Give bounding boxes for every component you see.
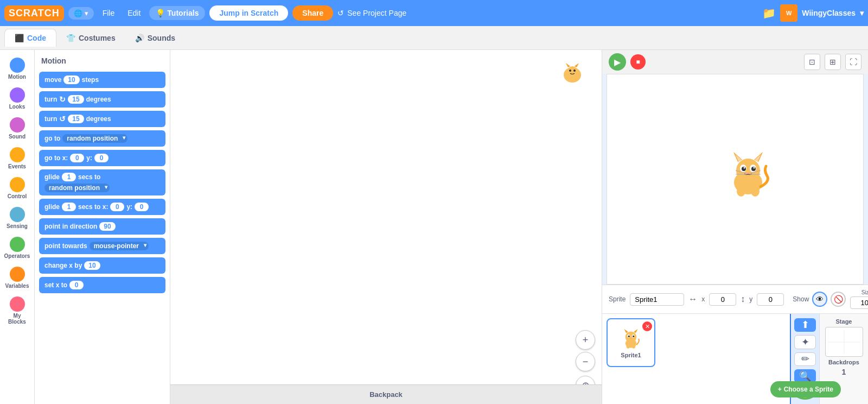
sidebar-item-myblocks[interactable]: My Blocks: [2, 293, 33, 328]
block-move[interactable]: move 10 steps: [39, 72, 165, 88]
sprite-name-input[interactable]: [630, 293, 684, 306]
tutorials-button[interactable]: 💡 Tutorials: [149, 6, 205, 20]
sound-label: Sound: [9, 134, 25, 140]
category-sidebar: Motion Looks Sound Events Control Sensin…: [0, 50, 35, 404]
block-set-x-value[interactable]: 0: [69, 281, 84, 289]
stop-button[interactable]: ■: [630, 54, 646, 70]
sidebar-item-sensing[interactable]: Sensing: [2, 204, 33, 232]
scripts-area[interactable]: + − ⊕ Backpack: [170, 50, 602, 404]
show-visible-button[interactable]: 👁: [812, 292, 827, 307]
scratch-logo[interactable]: SCRATCH: [4, 5, 64, 21]
sprite-label: Sprite: [609, 295, 626, 303]
green-flag-button[interactable]: ▶: [609, 53, 626, 71]
size-input[interactable]: [850, 296, 868, 309]
edit-menu[interactable]: Edit: [123, 7, 145, 20]
user-menu[interactable]: W WiingyClasses ▾: [780, 4, 864, 22]
language-selector[interactable]: 🌐 ▾: [68, 7, 94, 20]
block-turn-cw-degrees[interactable]: 15: [68, 95, 84, 104]
block-glide1[interactable]: glide 1 secs to random position: [39, 169, 165, 195]
choose-sprite-button[interactable]: + Choose a Sprite: [770, 381, 841, 397]
block-glide2-secs[interactable]: 1: [62, 203, 76, 211]
block-goto-y[interactable]: 0: [94, 154, 108, 162]
block-glide2-x[interactable]: 0: [110, 203, 124, 211]
block-turn-ccw[interactable]: turn ↺ 15 degrees: [39, 111, 165, 127]
sidebar-item-looks[interactable]: Looks: [2, 84, 33, 113]
block-direction-label: point in direction: [44, 223, 97, 230]
share-button[interactable]: Share: [292, 5, 333, 21]
looks-label: Looks: [9, 104, 25, 110]
block-direction[interactable]: point in direction 90: [39, 218, 165, 235]
block-change-x-value[interactable]: 10: [84, 261, 100, 270]
svg-marker-6: [566, 63, 570, 67]
block-goto-x[interactable]: 0: [70, 154, 84, 162]
block-glide2-y[interactable]: 0: [135, 203, 149, 211]
block-set-x[interactable]: set x to 0: [39, 277, 165, 293]
sidebar-item-motion[interactable]: Motion: [2, 54, 33, 83]
tab-code[interactable]: ⬛ Code: [4, 29, 56, 47]
sidebar-item-events[interactable]: Events: [2, 144, 33, 173]
show-label-text: Show: [793, 295, 809, 303]
tab-sounds[interactable]: 🔊 Sounds: [125, 29, 185, 47]
user-chevron-icon: ▾: [860, 9, 864, 17]
block-direction-value[interactable]: 90: [99, 222, 115, 231]
sprite-item-sprite1[interactable]: ✕: [607, 318, 655, 367]
top-navigation: SCRATCH 🌐 ▾ File Edit 💡 Tutorials Jump i…: [0, 0, 868, 26]
block-glide1-secs[interactable]: 1: [62, 173, 76, 181]
sprite-delete-button[interactable]: ✕: [642, 321, 652, 331]
fullscreen-button[interactable]: ⛶: [845, 54, 861, 70]
block-glide1-dropdown[interactable]: random position: [44, 184, 110, 192]
choose-sprite-label: Choose a Sprite: [784, 386, 833, 393]
upload-sprite-button[interactable]: ⬆: [794, 318, 816, 332]
block-move-label: move: [44, 76, 61, 84]
block-change-x-label: change x by: [44, 262, 82, 269]
sidebar-item-control[interactable]: Control: [2, 174, 33, 203]
scripts-cat-thumbnail: [558, 59, 586, 89]
large-stage-button[interactable]: ⊞: [825, 54, 841, 70]
block-turn-ccw-label: turn: [44, 115, 57, 123]
choose-sprite-area: [660, 318, 709, 367]
block-turn-cw[interactable]: turn ↻ 15 degrees: [39, 91, 165, 108]
block-turn-cw-label: turn: [44, 96, 57, 103]
turn-ccw-icon: ↺: [59, 115, 66, 123]
backpack-bar[interactable]: Backpack: [170, 384, 602, 404]
small-stage-button[interactable]: ⊡: [804, 54, 820, 70]
block-glide2[interactable]: glide 1 secs to x: 0 y: 0: [39, 199, 165, 215]
sidebar-item-variables[interactable]: Variables: [2, 263, 33, 292]
right-panel: ▶ ■ ⊡ ⊞ ⛶: [602, 50, 868, 404]
block-goto-dropdown[interactable]: random position: [62, 134, 127, 143]
main-area: Motion Looks Sound Events Control Sensin…: [0, 50, 868, 404]
user-avatar: W: [780, 4, 797, 22]
zoom-out-button[interactable]: −: [576, 352, 595, 371]
block-change-x[interactable]: change x by 10: [39, 257, 165, 274]
block-glide2-label: glide: [44, 203, 60, 211]
events-dot: [10, 147, 25, 162]
svg-point-26: [751, 186, 760, 197]
block-goto[interactable]: go to random position: [39, 130, 165, 147]
operators-label: Operators: [4, 253, 30, 259]
variables-label: Variables: [5, 283, 29, 289]
block-move-steps[interactable]: 10: [63, 75, 79, 84]
show-hidden-button[interactable]: 🚫: [831, 292, 846, 307]
block-towards[interactable]: point towards mouse-pointer: [39, 238, 165, 254]
block-goto-xy[interactable]: go to x: 0 y: 0: [39, 150, 165, 166]
svg-point-9: [736, 159, 760, 182]
folder-icon[interactable]: 📁: [762, 7, 776, 20]
random-sprite-button[interactable]: ✦: [794, 335, 816, 349]
file-menu[interactable]: File: [98, 7, 119, 20]
zoom-in-button[interactable]: +: [576, 330, 595, 350]
code-tab-icon: ⬛: [15, 34, 24, 42]
backdrop-thumbnail[interactable]: [825, 327, 863, 357]
tab-costumes[interactable]: 👕 Costumes: [56, 29, 125, 47]
sprite-thumbnail: [617, 327, 645, 350]
block-towards-dropdown[interactable]: mouse-pointer: [90, 242, 149, 250]
paint-sprite-button[interactable]: ✏: [794, 352, 816, 367]
see-project-page-button[interactable]: ↺ See Project Page: [337, 9, 406, 17]
stage-label: Stage: [836, 318, 852, 325]
sidebar-item-operators[interactable]: Operators: [2, 233, 33, 262]
sprite-info-row: Sprite ↔ x ↕ y Show 👁 🚫 Size: [602, 285, 868, 314]
jump-in-scratch-button[interactable]: Jump in Scratch: [209, 5, 288, 21]
y-coord-input[interactable]: [757, 293, 784, 306]
sidebar-item-sound[interactable]: Sound: [2, 114, 33, 143]
block-turn-ccw-degrees[interactable]: 15: [68, 115, 84, 123]
x-coord-input[interactable]: [709, 293, 736, 306]
